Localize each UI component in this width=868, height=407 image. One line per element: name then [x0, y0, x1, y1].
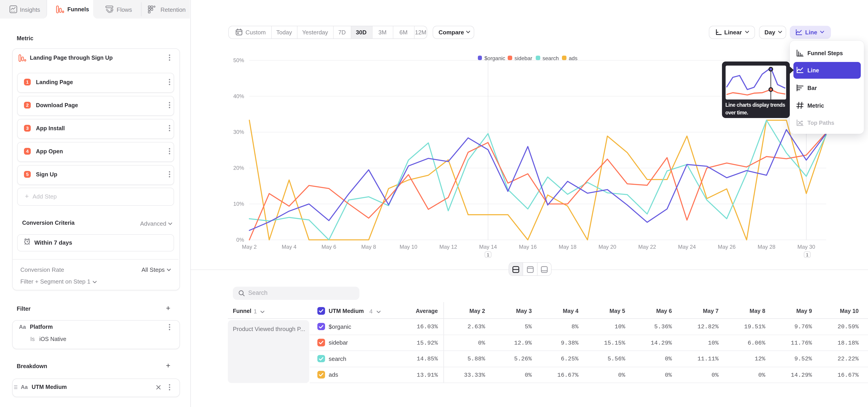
svg-text:10%: 10% [233, 201, 244, 207]
svg-text:30%: 30% [233, 129, 244, 135]
svg-text:20%: 20% [233, 165, 244, 171]
svg-text:May 6: May 6 [321, 244, 336, 250]
svg-text:40%: 40% [233, 93, 244, 99]
svg-text:May 26: May 26 [718, 244, 736, 250]
svg-text:May 22: May 22 [638, 244, 656, 250]
svg-text:May 10: May 10 [400, 244, 417, 250]
svg-text:May 14: May 14 [479, 244, 497, 250]
svg-text:May 12: May 12 [439, 244, 457, 250]
svg-text:May 30: May 30 [798, 244, 815, 250]
svg-text:0%: 0% [236, 237, 244, 243]
svg-text:May 4: May 4 [282, 244, 296, 250]
svg-text:50%: 50% [233, 57, 244, 63]
svg-text:May 28: May 28 [758, 244, 776, 250]
svg-text:May 18: May 18 [559, 244, 577, 250]
svg-text:May 20: May 20 [598, 244, 616, 250]
svg-text:May 2: May 2 [242, 244, 256, 250]
svg-text:May 24: May 24 [678, 244, 696, 250]
svg-text:May 16: May 16 [519, 244, 537, 250]
svg-text:May 8: May 8 [361, 244, 376, 250]
